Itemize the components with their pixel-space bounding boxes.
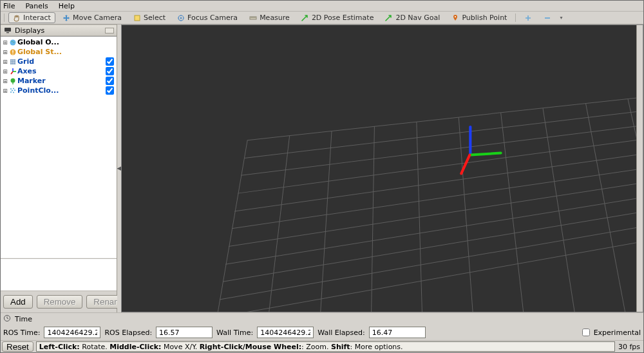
arrow-green-icon <box>385 14 393 22</box>
tool-label: Move Camera <box>73 14 122 22</box>
tree-item-global-options[interactable]: ⊞ Global O... <box>1 37 117 47</box>
svg-rect-5 <box>5 28 11 32</box>
pointcloud-icon <box>8 87 17 95</box>
wall-time-label: Wall Time: <box>216 329 253 337</box>
svg-rect-10 <box>12 53 13 54</box>
add-button[interactable]: Add <box>3 295 33 309</box>
tool-select[interactable]: Select <box>129 12 170 23</box>
arrow-green-icon <box>301 14 309 22</box>
tree-label: Global O... <box>17 38 117 46</box>
tree-label: Grid <box>17 57 106 66</box>
time-values: ROS Time: ROS Elapsed: Wall Time: Wall E… <box>1 325 643 341</box>
tree-item-axes[interactable]: ⊞ Axes <box>1 66 117 76</box>
move-icon <box>62 14 70 22</box>
tool-2d-nav-goal[interactable]: 2D Nav Goal <box>381 12 444 23</box>
tree-checkbox[interactable] <box>106 77 114 85</box>
tree-label: Global St... <box>17 48 117 56</box>
tree-checkbox[interactable] <box>106 67 114 75</box>
tool-extra-1[interactable] <box>520 12 536 23</box>
tool-label: Publish Point <box>462 14 507 22</box>
ros-time-field[interactable] <box>44 327 100 338</box>
svg-point-13 <box>13 88 14 89</box>
panel-title-label: Time <box>15 315 32 323</box>
displays-tree[interactable]: ⊞ Global O... ⊞ Global St... ⊞ Grid ⊞ <box>1 36 117 258</box>
axes-icon <box>8 68 17 75</box>
3d-viewport[interactable] <box>121 24 643 312</box>
expand-icon[interactable]: ⊞ <box>2 68 8 75</box>
tree-item-marker[interactable]: ⊞ Marker <box>1 76 117 86</box>
svg-point-15 <box>14 90 15 91</box>
svg-point-2 <box>180 17 182 19</box>
svg-point-7 <box>10 39 16 45</box>
wall-elapsed-field[interactable] <box>369 327 426 338</box>
menu-help[interactable]: Help <box>53 1 80 12</box>
svg-point-11 <box>11 78 15 82</box>
plus-icon <box>524 14 532 22</box>
svg-rect-9 <box>12 50 13 53</box>
remove-button[interactable]: Remove <box>37 295 83 309</box>
panel-collapse-button[interactable] <box>105 28 114 33</box>
svg-rect-0 <box>135 15 140 21</box>
wall-elapsed-label: Wall Elapsed: <box>317 329 365 337</box>
tree-item-grid[interactable]: ⊞ Grid <box>1 57 117 66</box>
displays-buttons: Add Remove Rename <box>1 291 117 312</box>
svg-point-14 <box>12 90 13 91</box>
toolbar-overflow[interactable]: ▾ <box>558 15 562 21</box>
ros-elapsed-label: ROS Elapsed: <box>104 329 152 337</box>
warn-icon <box>8 48 17 56</box>
svg-point-4 <box>455 15 456 17</box>
menu-panels[interactable]: Panels <box>20 1 53 12</box>
expand-icon[interactable]: ⊞ <box>2 88 8 94</box>
minus-icon <box>544 14 551 22</box>
focus-icon <box>177 14 185 22</box>
menu-file[interactable]: File <box>1 1 20 12</box>
reset-button[interactable]: Reset <box>2 341 33 352</box>
ros-time-label: ROS Time: <box>3 329 40 337</box>
ros-elapsed-field[interactable] <box>156 327 213 338</box>
time-panel-header[interactable]: Time <box>1 312 643 325</box>
grid-icon <box>8 58 17 66</box>
tree-label: Marker <box>17 77 106 85</box>
tool-label: Select <box>144 14 166 22</box>
wall-time-field[interactable] <box>257 327 314 338</box>
fps-readout: 30 fps <box>618 343 642 351</box>
tree-checkbox[interactable] <box>106 57 114 66</box>
tree-item-global-status[interactable]: ⊞ Global St... <box>1 47 117 57</box>
tool-focus-camera[interactable]: Focus Camera <box>173 12 242 23</box>
expand-icon[interactable]: ⊞ <box>2 78 8 84</box>
svg-rect-6 <box>6 32 9 33</box>
tool-2d-pose-estimate[interactable]: 2D Pose Estimate <box>297 12 379 23</box>
select-icon <box>133 14 141 22</box>
tree-checkbox[interactable] <box>106 86 114 95</box>
monitor-icon <box>3 26 12 34</box>
tool-label: Measure <box>260 14 290 22</box>
tool-label: 2D Pose Estimate <box>312 14 374 22</box>
svg-rect-18 <box>122 25 643 312</box>
tree-item-pointcloud[interactable]: ⊞ PointClo... <box>1 86 117 95</box>
status-bar: Reset Left-Click: Rotate. Middle-Click: … <box>1 340 643 352</box>
tree-label: PointClo... <box>17 86 106 95</box>
panel-title-label: Displays <box>15 26 44 35</box>
hand-icon <box>13 14 21 22</box>
tool-interact[interactable]: Interact <box>8 12 55 23</box>
tree-label: Axes <box>17 67 106 75</box>
ruler-icon <box>249 14 257 22</box>
sidebar: Displays ⊞ Global O... ⊞ Global St... ⊞ <box>1 24 117 312</box>
experimental-checkbox[interactable] <box>582 329 590 336</box>
pin-icon <box>451 14 459 22</box>
tool-move-camera[interactable]: Move Camera <box>58 12 126 23</box>
marker-icon <box>8 77 17 85</box>
expand-icon[interactable]: ⊞ <box>2 59 8 65</box>
displays-panel-header[interactable]: Displays <box>1 24 117 36</box>
expand-icon[interactable]: ⊞ <box>2 49 8 55</box>
tool-extra-2[interactable] <box>539 12 556 23</box>
tool-measure[interactable]: Measure <box>245 12 294 23</box>
viewport-scrollbar[interactable] <box>636 25 643 312</box>
menubar: File Panels Help <box>1 1 643 12</box>
tool-publish-point[interactable]: Publish Point <box>447 12 511 23</box>
expand-icon[interactable]: ⊞ <box>2 39 8 46</box>
properties-panel <box>1 258 117 291</box>
toolbar: Interact Move Camera Select Focus Camera… <box>1 12 643 24</box>
svg-point-12 <box>10 88 12 90</box>
experimental-label: Experimental <box>594 329 641 337</box>
